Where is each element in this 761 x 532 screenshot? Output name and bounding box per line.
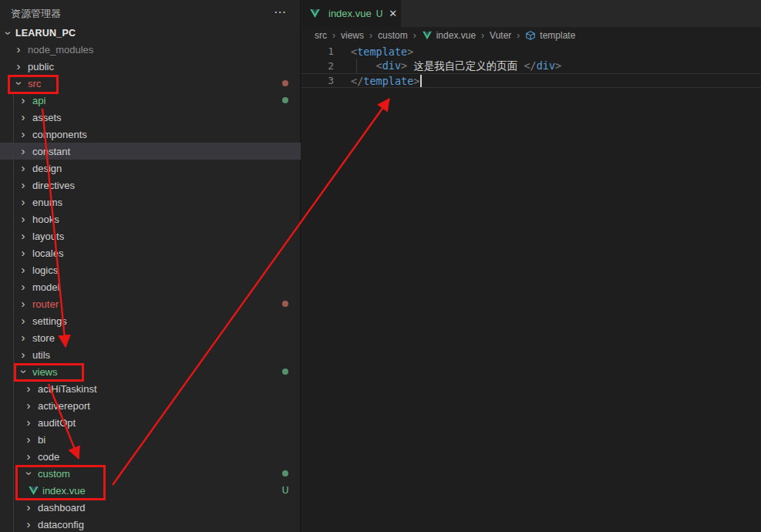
tree-item-label: code [38, 451, 59, 463]
tree-item-router[interactable]: router [0, 295, 301, 312]
chevron-right-icon [17, 230, 29, 242]
tree-item-design[interactable]: design [0, 160, 301, 177]
crumb-template[interactable]: template [525, 30, 575, 41]
chevron-right-icon [17, 348, 29, 361]
tree-item-directives[interactable]: directives [0, 177, 301, 194]
chevron-right-icon [12, 60, 25, 72]
tree-item-auditOpt[interactable]: auditOpt [0, 414, 301, 431]
tree-item-utils[interactable]: utils [0, 346, 301, 363]
tree-item-assets[interactable]: assets [0, 109, 301, 126]
tree-item-label: bi [38, 434, 45, 446]
project-root-row[interactable]: LEARUN_PC [0, 25, 300, 41]
tree-item-actHiTaskinst[interactable]: actHiTaskinst [0, 380, 301, 397]
tree-item-enums[interactable]: enums [0, 194, 301, 210]
git-added-dot [279, 92, 291, 109]
tree-indent-guide [13, 92, 14, 532]
tree-item-dataconfig[interactable]: dataconfig [0, 516, 301, 532]
chevron-right-icon [12, 43, 25, 56]
chevron-right-icon: › [481, 30, 484, 41]
tree-item-label: auditOpt [38, 417, 76, 429]
annotation-box-3 [15, 465, 106, 500]
tree-item-dashboard[interactable]: dashboard [0, 499, 301, 516]
chevron-right-icon [22, 501, 35, 513]
symbol-namespace-icon [525, 30, 536, 41]
chevron-right-icon [17, 281, 29, 293]
chevron-down-icon [2, 27, 14, 39]
chevron-right-icon [17, 264, 29, 276]
crumb-views[interactable]: views [341, 30, 364, 41]
editor-tab-bar: index.vue U ✕ [301, 0, 761, 27]
tree-item-constant[interactable]: constant [0, 143, 301, 160]
chevron-right-icon [22, 433, 35, 446]
tab-title: index.vue [328, 8, 372, 19]
tree-item-hooks[interactable]: hooks [0, 210, 301, 227]
tree-item-label: node_modules [28, 44, 93, 56]
crumb-custom[interactable]: custom [378, 30, 408, 41]
tree-item-store[interactable]: store [0, 329, 301, 346]
annotation-box-2 [14, 363, 84, 382]
tree-item-label: store [32, 332, 55, 344]
more-actions-icon[interactable]: ⋯ [271, 2, 291, 22]
close-icon[interactable]: ✕ [389, 8, 397, 19]
editor-area: index.vue U ✕ src›views›custom›index.vue… [301, 0, 761, 532]
chevron-right-icon: › [517, 30, 520, 41]
tree-item-components[interactable]: components [0, 126, 301, 143]
crumb-src[interactable]: src [315, 30, 327, 41]
tree-item-locales[interactable]: locales [0, 244, 301, 261]
tree-item-settings[interactable]: settings [0, 312, 301, 329]
vue-logo-icon [309, 8, 321, 19]
explorer-title: 资源管理器 [11, 7, 61, 21]
crumb-index-vue[interactable]: index.vue [422, 30, 476, 41]
tree-item-label: hooks [32, 214, 59, 225]
chevron-right-icon [17, 111, 29, 123]
chevron-right-icon [22, 416, 35, 429]
git-untracked-badge: U [279, 482, 291, 499]
explorer-header: 资源管理器 ⋯ [0, 0, 300, 25]
chevron-right-icon: › [413, 30, 416, 41]
chevron-right-icon [17, 145, 29, 157]
chevron-right-icon [22, 399, 35, 412]
tree-item-label: api [32, 95, 45, 106]
code-line-2[interactable]: 2 <div> 这是我自己定义的页面 </div> [301, 59, 761, 73]
vscode-window: 资源管理器 ⋯ LEARUN_PC node_modulespublicsrca… [0, 0, 761, 532]
tree-item-label: components [32, 129, 87, 140]
chevron-right-icon [22, 450, 35, 463]
annotation-box-1 [8, 75, 59, 94]
file-tree: node_modulespublicsrcapiassetscomponents… [0, 41, 301, 532]
tree-item-bi[interactable]: bi [0, 431, 301, 448]
tree-item-label: dashboard [38, 502, 85, 513]
code-editor[interactable]: 1<template>2 <div> 这是我自己定义的页面 </div>3</t… [301, 44, 761, 88]
tree-item-label: router [32, 298, 59, 310]
tree-item-code[interactable]: code [0, 448, 301, 465]
tree-item-label: layouts [32, 231, 64, 242]
tree-item-label: logics [32, 264, 58, 276]
tree-item-label: dataconfig [38, 519, 84, 530]
chevron-right-icon [17, 128, 29, 140]
code-line-3[interactable]: 3</template> [301, 73, 761, 88]
tree-item-activereport[interactable]: activereport [0, 397, 301, 414]
chevron-right-icon: › [369, 30, 372, 41]
git-added-dot [279, 363, 291, 380]
tree-item-label: settings [32, 315, 67, 327]
chevron-right-icon [17, 213, 29, 225]
tree-item-public[interactable]: public [0, 58, 301, 75]
line-number: 3 [301, 75, 334, 86]
code-line-1[interactable]: 1<template> [301, 44, 761, 59]
chevron-right-icon [17, 315, 29, 327]
tree-item-model[interactable]: model [0, 278, 301, 295]
breadcrumb: src›views›custom›index.vue›Vuter›templat… [301, 27, 761, 44]
crumb-Vuter[interactable]: Vuter [490, 30, 511, 41]
tree-item-label: public [28, 61, 54, 72]
tree-item-api[interactable]: api [0, 92, 301, 109]
tree-item-label: locales [32, 247, 63, 259]
vue-file-icon [422, 30, 433, 41]
tree-item-node_modules[interactable]: node_modules [0, 41, 301, 58]
tree-item-logics[interactable]: logics [0, 261, 301, 278]
chevron-right-icon [17, 179, 29, 191]
tree-item-layouts[interactable]: layouts [0, 227, 301, 244]
line-number: 1 [301, 45, 334, 57]
tree-item-label: design [32, 163, 62, 174]
tab-index-vue[interactable]: index.vue U ✕ [301, 0, 401, 27]
git-untracked-badge: U [376, 8, 383, 19]
tree-item-label: enums [32, 197, 62, 208]
